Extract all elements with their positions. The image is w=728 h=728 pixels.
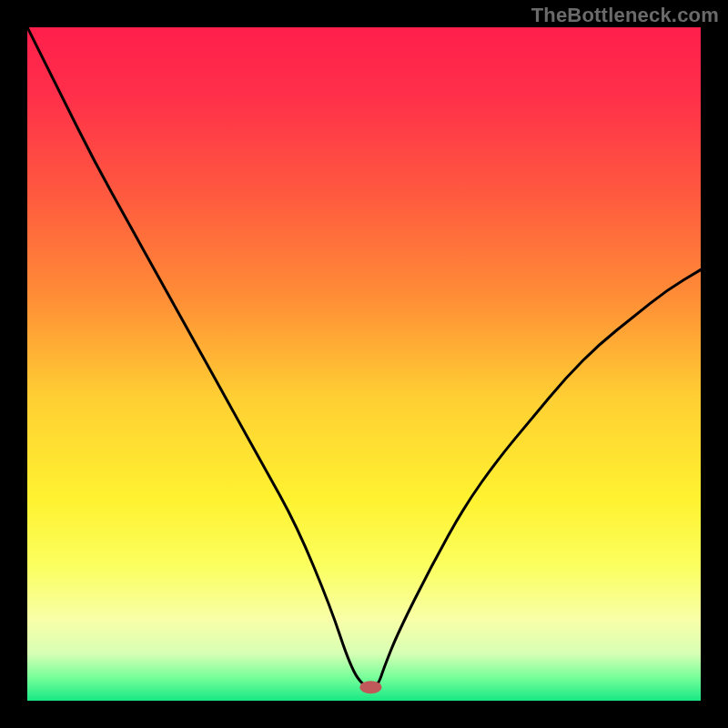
plot-area — [27, 27, 701, 701]
chart-frame: TheBottleneck.com — [0, 0, 728, 728]
watermark-text: TheBottleneck.com — [531, 4, 719, 27]
optimal-marker — [359, 681, 381, 693]
gradient-background — [27, 27, 701, 701]
chart-svg — [27, 27, 701, 701]
